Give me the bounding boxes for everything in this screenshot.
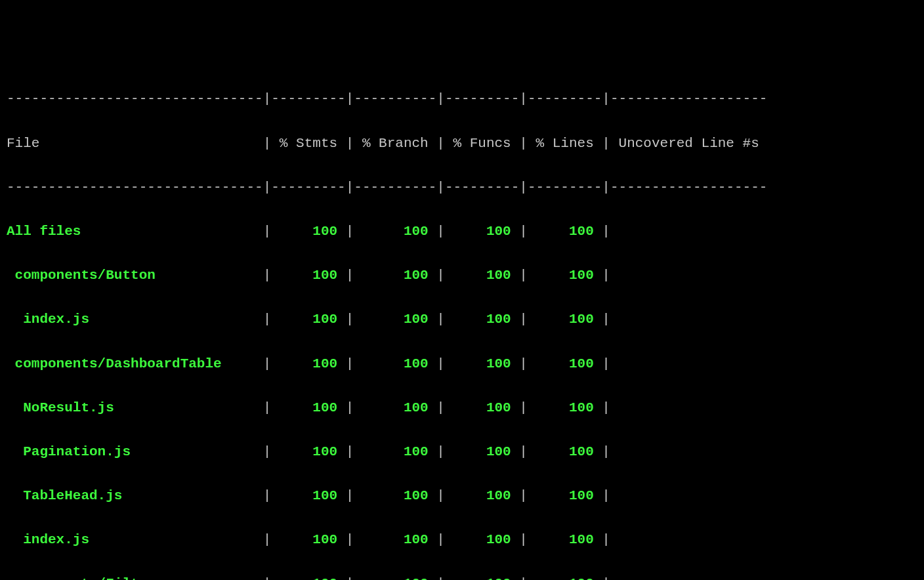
pipe: | <box>263 268 272 283</box>
pipe: | <box>346 532 354 547</box>
pipe: | <box>436 268 445 283</box>
lines-cell: 100 <box>528 573 602 580</box>
funcs-cell: 100 <box>445 220 519 243</box>
pipe: | <box>346 488 354 503</box>
pipe: | <box>263 356 272 371</box>
branch-cell: 100 <box>354 264 436 287</box>
stmts-cell: 100 <box>271 573 345 580</box>
pipe: | <box>263 488 272 503</box>
funcs-cell: 100 <box>445 441 519 463</box>
file-cell: components/DashboardTable <box>7 353 263 375</box>
pipe: | <box>346 224 354 239</box>
pipe: | <box>602 488 610 503</box>
branch-cell: 100 <box>354 353 436 375</box>
pipe: | <box>436 444 445 459</box>
coverage-report: -------------------------------|--------… <box>7 88 917 580</box>
funcs-cell: 100 <box>445 485 519 507</box>
pipe: | <box>602 444 610 459</box>
branch-cell: 100 <box>354 485 436 507</box>
lines-cell: 100 <box>528 529 602 551</box>
pipe: | <box>346 576 354 580</box>
header-file: File <box>7 133 263 155</box>
pipe: | <box>602 356 610 371</box>
stmts-cell: 100 <box>271 441 345 463</box>
file-cell: All files <box>7 220 263 243</box>
coverage-row: NoResult.js | 100 | 100 | 100 | 100 | <box>7 397 917 419</box>
file-cell: components/Button <box>7 264 263 287</box>
pipe: | <box>436 576 445 580</box>
pipe: | <box>519 400 528 415</box>
funcs-cell: 100 <box>445 397 519 419</box>
stmts-cell: 100 <box>271 264 345 287</box>
pipe: | <box>263 312 272 327</box>
stmts-cell: 100 <box>271 529 345 551</box>
pipe: | <box>519 268 528 283</box>
funcs-cell: 100 <box>445 308 519 331</box>
pipe: | <box>602 268 610 283</box>
file-cell: Pagination.js <box>7 441 263 463</box>
coverage-row: TableHead.js | 100 | 100 | 100 | 100 | <box>7 485 917 507</box>
pipe: | <box>519 576 528 580</box>
pipe: | <box>519 444 528 459</box>
uncovered-cell <box>610 529 619 551</box>
pipe: | <box>519 488 528 503</box>
pipe: | <box>263 400 272 415</box>
lines-cell: 100 <box>528 485 602 507</box>
pipe: | <box>346 268 354 283</box>
file-cell: index.js <box>7 529 263 551</box>
lines-cell: 100 <box>528 441 602 463</box>
pipe: | <box>346 400 354 415</box>
coverage-row: Pagination.js | 100 | 100 | 100 | 100 | <box>7 441 917 463</box>
pipe: | <box>602 400 610 415</box>
uncovered-cell <box>610 485 619 507</box>
pipe: | <box>263 224 272 239</box>
branch-cell: 100 <box>354 308 436 331</box>
pipe: | <box>263 576 272 580</box>
pipe: | <box>519 532 528 547</box>
uncovered-cell <box>610 441 619 463</box>
header-lines: % Lines <box>528 133 602 155</box>
uncovered-cell <box>610 220 619 243</box>
header-funcs: % Funcs <box>445 133 519 155</box>
branch-cell: 100 <box>354 529 436 551</box>
uncovered-cell <box>610 573 619 580</box>
branch-cell: 100 <box>354 573 436 580</box>
branch-cell: 100 <box>354 220 436 243</box>
funcs-cell: 100 <box>445 353 519 375</box>
pipe: | <box>519 312 528 327</box>
pipe: | <box>519 224 528 239</box>
divider-mid: -------------------------------|--------… <box>7 176 917 199</box>
pipe: | <box>263 136 272 151</box>
pipe: | <box>436 488 445 503</box>
pipe: | <box>602 532 610 547</box>
header-uncovered: Uncovered Line #s <box>610 133 759 155</box>
pipe: | <box>436 224 445 239</box>
header-stmts: % Stmts <box>271 133 345 155</box>
uncovered-cell <box>610 308 619 331</box>
lines-cell: 100 <box>528 397 602 419</box>
stmts-cell: 100 <box>271 353 345 375</box>
pipe: | <box>519 356 528 371</box>
pipe: | <box>346 444 354 459</box>
stmts-cell: 100 <box>271 308 345 331</box>
header-row: File | % Stmts | % Branch | % Funcs | % … <box>7 133 917 155</box>
pipe: | <box>602 576 610 580</box>
lines-cell: 100 <box>528 220 602 243</box>
uncovered-cell <box>610 264 619 287</box>
coverage-row: index.js | 100 | 100 | 100 | 100 | <box>7 308 917 331</box>
pipe: | <box>602 136 610 151</box>
pipe: | <box>346 136 354 151</box>
coverage-row: components/Filter | 100 | 100 | 100 | 10… <box>7 573 917 580</box>
coverage-row: All files | 100 | 100 | 100 | 100 | <box>7 220 917 243</box>
stmts-cell: 100 <box>271 485 345 507</box>
pipe: | <box>436 400 445 415</box>
file-cell: components/Filter <box>7 573 263 580</box>
stmts-cell: 100 <box>271 220 345 243</box>
uncovered-cell <box>610 353 619 375</box>
lines-cell: 100 <box>528 353 602 375</box>
pipe: | <box>346 312 354 327</box>
pipe: | <box>263 444 272 459</box>
pipe: | <box>519 136 528 151</box>
file-cell: index.js <box>7 308 263 331</box>
coverage-row: components/DashboardTable | 100 | 100 | … <box>7 353 917 375</box>
